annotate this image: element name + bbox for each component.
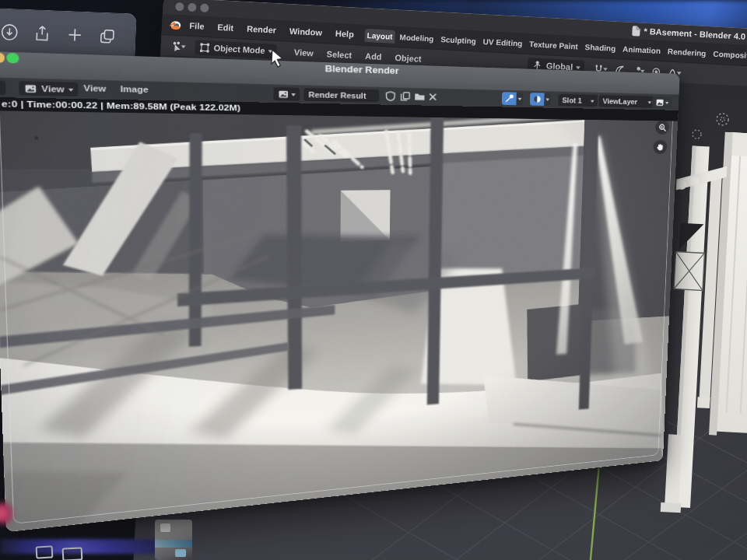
image-menu-view[interactable]: View (83, 83, 106, 93)
menu-select[interactable]: Select (320, 49, 359, 61)
mode-dropdown[interactable]: Object Mode ▾ (195, 40, 277, 59)
unlink-close-icon[interactable] (428, 93, 437, 102)
image-source-label: Render Result (308, 90, 366, 100)
fake-user-shield-icon[interactable] (385, 90, 396, 101)
menu-render[interactable]: Render (240, 23, 282, 35)
document-icon (632, 26, 640, 37)
thumbnail-image-spot (160, 523, 170, 532)
view-layer-dropdown[interactable]: ViewLayer ▾ (598, 95, 654, 108)
thumbnail-image-spot (175, 549, 186, 557)
taskbar-window-icon[interactable] (62, 547, 83, 560)
new-tab-icon[interactable] (65, 26, 84, 44)
chevron-down-icon: ▾ (665, 100, 669, 106)
photo-of-screen: * BAsement - Blender 4.0 File Edit Rende… (0, 0, 747, 560)
tab-layout[interactable]: Layout (364, 28, 396, 43)
editor-mode-dropdown[interactable]: View ▾ (19, 81, 79, 96)
image-icon (279, 89, 289, 100)
display-channels-button[interactable]: ▾ (530, 93, 551, 106)
menu-file[interactable]: File (183, 20, 212, 31)
traffic-minimize-inactive[interactable] (188, 3, 197, 12)
tab-compositing[interactable]: Compositing (710, 47, 747, 63)
chevron-down-icon: ▾ (517, 96, 521, 102)
chevron-down-icon: ▾ (181, 43, 186, 50)
editor-mode-label: View (41, 84, 65, 94)
thumbnail-image (155, 540, 192, 548)
channels-icon (532, 95, 542, 103)
tab-sculpting[interactable]: Sculpting (437, 32, 479, 47)
chevron-down-icon: ▾ (591, 98, 594, 104)
slot-label: Slot 1 (562, 96, 582, 105)
chevron-down-icon: ▾ (545, 96, 549, 103)
menu-add[interactable]: Add (358, 51, 388, 61)
menu-object[interactable]: Object (388, 52, 429, 64)
slot-dropdown[interactable]: Slot 1 ▾ (558, 94, 598, 107)
image-editor-icon (24, 83, 37, 94)
tab-texture-paint[interactable]: Texture Paint (526, 37, 580, 53)
speaker-gizmo-icon[interactable] (693, 112, 729, 140)
mouse-cursor (269, 49, 286, 68)
view-layer-label: ViewLayer (602, 97, 637, 106)
render-window: Blender Render ▾ View ▾ View Image (0, 51, 680, 532)
menu-help[interactable]: Help (328, 28, 360, 39)
tab-animation[interactable]: Animation (619, 42, 664, 58)
mode-label: Object Mode (213, 44, 265, 55)
menu-edit[interactable]: Edit (211, 22, 240, 33)
menu-view[interactable]: View (287, 47, 320, 58)
tab-rendering[interactable]: Rendering (665, 44, 709, 60)
render-pass-icon (656, 98, 665, 107)
traffic-close-inactive[interactable] (175, 2, 184, 12)
render-result-canvas (0, 110, 678, 532)
editor-type-dropdown[interactable]: ▾ (0, 80, 6, 95)
blender-window-title: * BAsement - Blender 4.0 (644, 26, 745, 41)
image-source-field[interactable]: Render Result (303, 88, 379, 103)
window-inner-border (0, 110, 674, 524)
image-source-icon-dropdown[interactable]: ▾ (273, 87, 300, 101)
chevron-down-icon: ▾ (647, 99, 651, 105)
menu-window[interactable]: Window (282, 26, 329, 37)
chevron-down-icon: ▾ (68, 86, 74, 93)
download-icon[interactable] (0, 23, 19, 42)
active-tool-button[interactable]: ▾ (502, 92, 524, 105)
blender-logo-icon (168, 19, 182, 30)
render-pass-dropdown[interactable]: ▾ (652, 96, 672, 108)
dock-thumbnail[interactable] (155, 520, 192, 560)
share-icon[interactable] (33, 24, 51, 43)
sample-tool-icon (504, 94, 514, 103)
traffic-zoom-inactive[interactable] (200, 4, 209, 13)
tab-uv-editing[interactable]: UV Editing (480, 34, 525, 50)
tab-shading[interactable]: Shading (582, 40, 619, 54)
tab-modeling[interactable]: Modeling (397, 30, 437, 46)
chevron-down-icon: ▾ (291, 91, 296, 98)
object-mode-icon (199, 42, 210, 53)
tab-overview-icon[interactable] (98, 27, 117, 46)
image-menu-image[interactable]: Image (121, 84, 149, 94)
taskbar-window-icon[interactable] (36, 545, 54, 558)
y-axis-line (585, 467, 598, 560)
open-folder-icon[interactable] (414, 91, 425, 102)
duplicate-icon[interactable] (400, 91, 410, 102)
